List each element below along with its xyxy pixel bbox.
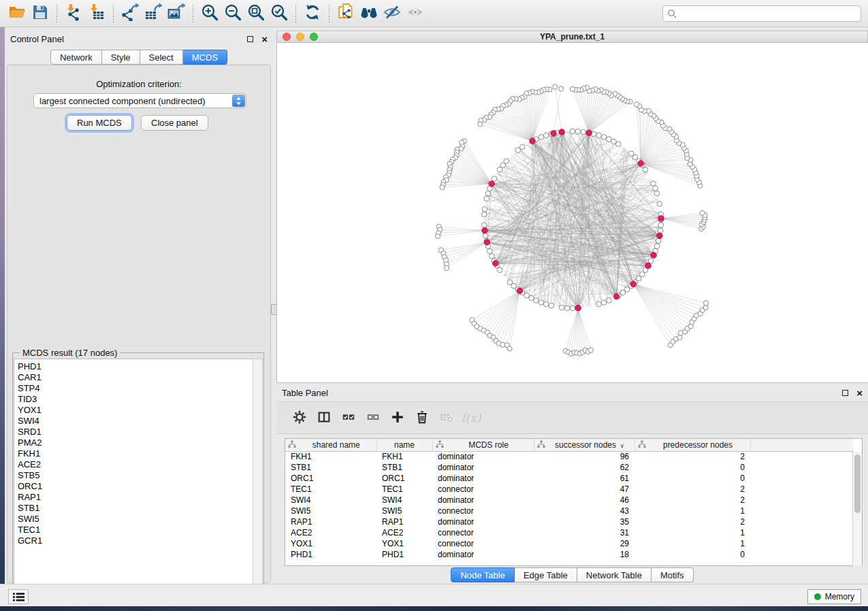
- mcds-role-cell[interactable]: dominator: [432, 495, 534, 506]
- successor-nodes-cell[interactable]: 29: [534, 538, 634, 549]
- mcds-result-item[interactable]: TID3: [18, 394, 253, 405]
- mcds-role-cell[interactable]: dominator: [432, 516, 534, 527]
- table-tab-motifs[interactable]: Motifs: [652, 567, 694, 582]
- node-table-row[interactable]: PHD1PHD1dominator180: [285, 549, 853, 560]
- mcds-result-item[interactable]: STP4: [18, 383, 253, 394]
- mcds-role-cell[interactable]: connector: [432, 538, 534, 549]
- shared-name-cell[interactable]: ORC1: [285, 473, 376, 484]
- save-session-button[interactable]: [29, 3, 52, 24]
- search-box[interactable]: [662, 5, 861, 22]
- predecessor-nodes-cell[interactable]: 2: [634, 495, 750, 506]
- shared-name-cell[interactable]: STB1: [285, 462, 376, 473]
- predecessor-nodes-cell[interactable]: 0: [634, 462, 750, 473]
- mcds-role-cell[interactable]: dominator: [432, 473, 534, 484]
- mcds-result-item[interactable]: RAP1: [18, 492, 253, 503]
- tab-select[interactable]: Select: [140, 50, 183, 65]
- mcds-result-item[interactable]: YOX1: [18, 405, 253, 416]
- add-column-button[interactable]: [385, 406, 410, 429]
- table-close-panel-icon[interactable]: ×: [856, 390, 863, 396]
- successor-nodes-cell[interactable]: 62: [534, 462, 634, 473]
- hide-selected-button[interactable]: [381, 3, 404, 24]
- predecessor-nodes-cell[interactable]: 0: [634, 473, 750, 484]
- show-columns-button[interactable]: [312, 406, 336, 429]
- mcds-result-item[interactable]: PHD1: [18, 361, 253, 372]
- successor-nodes-cell[interactable]: 46: [534, 495, 634, 506]
- search-input[interactable]: [677, 7, 856, 20]
- column-header-successor-nodes[interactable]: successor nodes ∨: [534, 439, 634, 451]
- successor-nodes-cell[interactable]: 96: [534, 451, 634, 462]
- float-panel-icon[interactable]: [247, 36, 253, 42]
- mcds-result-item[interactable]: STB1: [18, 503, 253, 514]
- successor-nodes-cell[interactable]: 31: [534, 527, 634, 538]
- node-table-row[interactable]: SWI5SWI5connector431: [285, 506, 853, 516]
- mcds-role-cell[interactable]: dominator: [432, 451, 534, 462]
- mcds-result-item[interactable]: GCR1: [18, 535, 253, 546]
- name-cell[interactable]: TEC1: [376, 484, 432, 495]
- unselect-all-columns-button[interactable]: [361, 406, 385, 429]
- shared-name-cell[interactable]: SWI5: [285, 506, 376, 516]
- close-panel-icon[interactable]: ×: [261, 36, 268, 42]
- shared-name-cell[interactable]: RAP1: [285, 516, 376, 527]
- node-table-row[interactable]: ORC1ORC1dominator610: [285, 473, 853, 484]
- shared-name-cell[interactable]: FKH1: [285, 451, 376, 462]
- mcds-role-cell[interactable]: connector: [432, 527, 534, 538]
- zoom-fit-button[interactable]: [244, 3, 268, 24]
- mcds-result-item[interactable]: ACE2: [18, 459, 253, 470]
- optimization-criterion-select[interactable]: largest connected component (undirected): [33, 93, 246, 108]
- predecessor-nodes-cell[interactable]: 1: [634, 527, 750, 538]
- mcds-result-item[interactable]: TEC1: [18, 525, 253, 535]
- successor-nodes-cell[interactable]: 35: [534, 516, 634, 527]
- predecessor-nodes-cell[interactable]: 2: [634, 451, 750, 462]
- name-cell[interactable]: PHD1: [376, 549, 432, 560]
- column-header-predecessor-nodes[interactable]: predecessor nodes: [634, 439, 750, 451]
- table-tab-node-table[interactable]: Node Table: [451, 567, 515, 582]
- predecessor-nodes-cell[interactable]: 2: [634, 484, 750, 495]
- close-mcds-panel-button[interactable]: Close panel: [141, 115, 208, 131]
- export-table-button[interactable]: [142, 3, 165, 24]
- shared-name-cell[interactable]: ACE2: [285, 527, 376, 538]
- name-cell[interactable]: ORC1: [376, 473, 432, 484]
- table-settings-button[interactable]: [287, 406, 312, 429]
- export-network-button[interactable]: [118, 3, 142, 24]
- table-tab-edge-table[interactable]: Edge Table: [515, 567, 577, 582]
- successor-nodes-cell[interactable]: 61: [534, 473, 634, 484]
- shared-name-cell[interactable]: YOX1: [285, 538, 376, 549]
- mcds-role-cell[interactable]: dominator: [432, 462, 534, 473]
- tab-mcds[interactable]: MCDS: [183, 50, 227, 65]
- task-history-button[interactable]: [8, 589, 29, 604]
- node-table-row[interactable]: TEC1TEC1connector472: [285, 484, 853, 495]
- node-table-row[interactable]: SWI4SWI4dominator462: [285, 495, 853, 506]
- mcds-result-item[interactable]: CAR1: [18, 372, 253, 383]
- network-window-titlebar[interactable]: YPA_prune.txt_1: [277, 31, 867, 43]
- open-file-button[interactable]: [5, 3, 29, 24]
- tab-style[interactable]: Style: [102, 50, 140, 65]
- successor-nodes-cell[interactable]: 47: [534, 484, 634, 495]
- import-table-button[interactable]: [85, 3, 108, 24]
- shared-name-cell[interactable]: PHD1: [285, 549, 376, 560]
- name-cell[interactable]: YOX1: [376, 538, 432, 549]
- predecessor-nodes-cell[interactable]: 2: [634, 516, 750, 527]
- select-all-columns-button[interactable]: [336, 406, 361, 429]
- column-header-name[interactable]: name: [376, 439, 432, 451]
- mcds-result-item[interactable]: SWI5: [18, 514, 253, 525]
- shared-name-cell[interactable]: TEC1: [285, 484, 376, 495]
- node-table-row[interactable]: FKH1FKH1dominator962: [285, 451, 853, 462]
- node-table-row[interactable]: ACE2ACE2connector311: [285, 527, 853, 538]
- export-image-button[interactable]: [165, 3, 188, 24]
- mcds-result-list[interactable]: PHD1CAR1STP4TID3YOX1SWI4SRD1PMA2FKH1ACE2…: [14, 359, 253, 598]
- zoom-in-button[interactable]: [198, 3, 221, 24]
- delete-column-button[interactable]: [410, 406, 434, 429]
- mcds-result-item[interactable]: PMA2: [18, 437, 253, 448]
- node-table-scrollbar-thumb[interactable]: [854, 455, 861, 513]
- mcds-role-cell[interactable]: connector: [432, 506, 534, 516]
- mcds-role-cell[interactable]: dominator: [432, 549, 534, 560]
- name-cell[interactable]: STB1: [376, 462, 432, 473]
- name-cell[interactable]: ACE2: [376, 527, 432, 538]
- mcds-role-cell[interactable]: connector: [432, 484, 534, 495]
- zoom-selected-button[interactable]: [268, 3, 291, 24]
- mcds-list-scrollbar[interactable]: [253, 359, 263, 598]
- tab-network[interactable]: Network: [50, 50, 102, 65]
- table-float-panel-icon[interactable]: [842, 390, 848, 396]
- node-table-row[interactable]: YOX1YOX1connector291: [285, 538, 853, 549]
- predecessor-nodes-cell[interactable]: 1: [634, 506, 750, 516]
